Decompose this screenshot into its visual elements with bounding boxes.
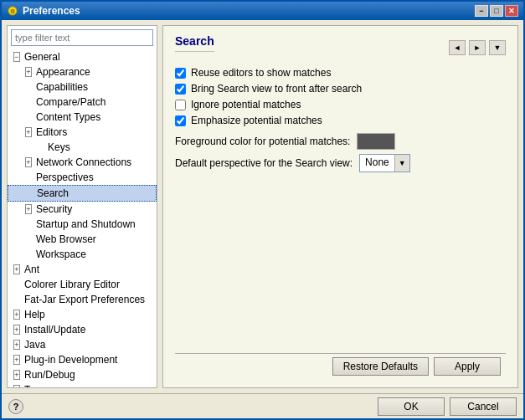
tree-label-workspace: Workspace bbox=[34, 248, 86, 260]
tree-item-plugin-dev[interactable]: Plug-in Development bbox=[8, 352, 157, 367]
checkbox-row-reuse-editors: Reuse editors to show matches bbox=[175, 67, 506, 79]
foreground-color-swatch[interactable] bbox=[357, 133, 395, 150]
footer-buttons: OK Cancel bbox=[378, 397, 517, 416]
checkbox-reuse-editors[interactable] bbox=[175, 68, 186, 79]
svg-text:⚙: ⚙ bbox=[10, 8, 15, 14]
window-icon: ⚙ bbox=[7, 5, 18, 17]
tree-container: GeneralAppearanceCapabilitiesCompare/Pat… bbox=[8, 49, 157, 387]
tree-label-fatjar: Fat-Jar Export Preferences bbox=[23, 294, 145, 305]
expander-security[interactable] bbox=[23, 203, 34, 215]
perspective-row: Default perspective for the Search view:… bbox=[175, 154, 506, 172]
expander-plugin-dev[interactable] bbox=[11, 354, 23, 366]
tree-label-network-connections: Network Connections bbox=[34, 156, 131, 168]
help-button[interactable]: ? bbox=[8, 399, 23, 414]
checkbox-ignore-matches[interactable] bbox=[175, 100, 186, 110]
tree-label-plugin-dev: Plug-in Development bbox=[23, 354, 117, 366]
expander-network-connections[interactable] bbox=[23, 156, 34, 168]
tree-label-appearance: Appearance bbox=[34, 66, 90, 78]
expander-java[interactable] bbox=[11, 339, 23, 351]
checkbox-row-emphasize-matches: Emphasize potential matches bbox=[175, 115, 506, 126]
checkbox-label-ignore-matches: Ignore potential matches bbox=[191, 99, 301, 110]
foreground-color-row: Foreground color for potential matches: bbox=[175, 133, 506, 150]
expander-run-debug[interactable] bbox=[11, 369, 23, 381]
tree-item-general[interactable]: General bbox=[8, 49, 157, 64]
tree-label-run-debug: Run/Debug bbox=[23, 369, 75, 381]
right-panel: Search ◄ ► ▼ Reuse editors to show match… bbox=[162, 25, 518, 388]
nav-buttons: ◄ ► ▼ bbox=[447, 40, 506, 55]
foreground-color-label: Foreground color for potential matches: bbox=[175, 136, 350, 147]
tree-label-colorer: Colorer Library Editor bbox=[23, 279, 120, 290]
tree-item-colorer[interactable]: Colorer Library Editor bbox=[8, 277, 157, 292]
minimize-button[interactable]: − bbox=[475, 5, 488, 17]
tree-item-content-types[interactable]: Content Types bbox=[8, 110, 157, 125]
forward-button[interactable]: ► bbox=[469, 40, 486, 55]
section-title: Search bbox=[175, 34, 214, 52]
tree-item-keys[interactable]: Keys bbox=[8, 140, 157, 155]
preferences-window: ⚙ Preferences − □ ✕ GeneralAppearanceCap… bbox=[0, 0, 525, 420]
window-controls: − □ ✕ bbox=[475, 5, 518, 17]
tree-item-capabilities[interactable]: Capabilities bbox=[8, 79, 157, 95]
tree-label-help: Help bbox=[23, 309, 45, 320]
filter-input[interactable] bbox=[11, 29, 153, 46]
tree-item-security[interactable]: Security bbox=[8, 202, 157, 217]
expander-general[interactable] bbox=[11, 51, 23, 63]
checkbox-label-bring-search: Bring Search view to front after search bbox=[191, 83, 362, 95]
tree-item-search[interactable]: Search bbox=[8, 185, 157, 202]
tree-item-run-debug[interactable]: Run/Debug bbox=[8, 367, 157, 382]
expander-ant[interactable] bbox=[11, 264, 23, 275]
back-button[interactable]: ◄ bbox=[449, 40, 466, 55]
close-button[interactable]: ✕ bbox=[505, 5, 518, 17]
select-arrow-icon[interactable]: ▼ bbox=[394, 155, 409, 172]
tree-label-ant: Ant bbox=[23, 264, 39, 275]
expander-team[interactable] bbox=[11, 384, 23, 387]
tree-item-install-update[interactable]: Install/Update bbox=[8, 322, 157, 337]
tree-item-java[interactable]: Java bbox=[8, 337, 157, 352]
tree-label-install-update: Install/Update bbox=[23, 324, 85, 335]
tree-item-team[interactable]: Team bbox=[8, 382, 157, 387]
tree-item-fatjar[interactable]: Fat-Jar Export Preferences bbox=[8, 292, 157, 307]
ok-button[interactable]: OK bbox=[378, 397, 445, 416]
main-content: GeneralAppearanceCapabilitiesCompare/Pat… bbox=[2, 20, 523, 393]
tree-item-compare-patch[interactable]: Compare/Patch bbox=[8, 95, 157, 110]
tree-item-appearance[interactable]: Appearance bbox=[8, 64, 157, 79]
tree-label-java: Java bbox=[23, 339, 45, 351]
tree-item-web-browser[interactable]: Web Browser bbox=[8, 232, 157, 247]
tree-item-help[interactable]: Help bbox=[8, 307, 157, 322]
bottom-bar: Restore Defaults Apply bbox=[175, 353, 506, 379]
tree-item-perspectives[interactable]: Perspectives bbox=[8, 170, 157, 185]
checkbox-label-reuse-editors: Reuse editors to show matches bbox=[191, 67, 331, 79]
view-menu-button[interactable]: ▼ bbox=[489, 40, 506, 55]
checkbox-bring-search[interactable] bbox=[175, 84, 186, 95]
tree-label-startup-shutdown: Startup and Shutdown bbox=[34, 218, 136, 230]
tree-label-search: Search bbox=[35, 187, 69, 199]
checkbox-emphasize-matches[interactable] bbox=[175, 115, 186, 126]
apply-button[interactable]: Apply bbox=[434, 357, 501, 376]
tree-label-team: Team bbox=[23, 384, 49, 387]
tree-item-startup-shutdown[interactable]: Startup and Shutdown bbox=[8, 217, 157, 232]
restore-defaults-button[interactable]: Restore Defaults bbox=[332, 357, 429, 376]
expander-appearance[interactable] bbox=[23, 66, 34, 78]
tree-item-network-connections[interactable]: Network Connections bbox=[8, 155, 157, 170]
perspective-select[interactable]: None ▼ bbox=[359, 154, 410, 172]
left-panel: GeneralAppearanceCapabilitiesCompare/Pat… bbox=[7, 25, 157, 388]
footer: ? OK Cancel bbox=[2, 393, 523, 418]
tree-label-perspectives: Perspectives bbox=[34, 172, 94, 183]
checkbox-row-ignore-matches: Ignore potential matches bbox=[175, 99, 506, 110]
perspective-label: Default perspective for the Search view: bbox=[175, 157, 353, 169]
tree-label-editors: Editors bbox=[34, 126, 67, 138]
expander-help[interactable] bbox=[11, 309, 23, 320]
tree-label-web-browser: Web Browser bbox=[34, 233, 96, 245]
tree-item-editors[interactable]: Editors bbox=[8, 125, 157, 140]
tree-item-ant[interactable]: Ant bbox=[8, 262, 157, 277]
maximize-button[interactable]: □ bbox=[490, 5, 503, 17]
cancel-button[interactable]: Cancel bbox=[450, 397, 517, 416]
tree-item-workspace[interactable]: Workspace bbox=[8, 247, 157, 262]
tree-label-compare-patch: Compare/Patch bbox=[34, 96, 106, 108]
perspective-value: None bbox=[360, 155, 394, 172]
titlebar: ⚙ Preferences − □ ✕ bbox=[2, 2, 523, 20]
expander-install-update[interactable] bbox=[11, 324, 23, 335]
tree-label-general: General bbox=[23, 51, 60, 63]
window-title: Preferences bbox=[23, 5, 475, 17]
tree-label-capabilities: Capabilities bbox=[34, 81, 88, 93]
expander-editors[interactable] bbox=[23, 126, 34, 138]
